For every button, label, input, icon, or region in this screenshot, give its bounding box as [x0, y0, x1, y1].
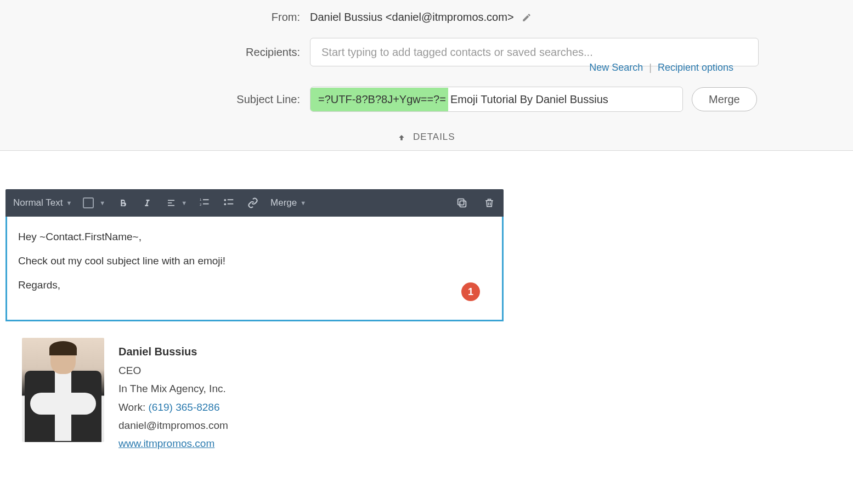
copy-button[interactable] — [455, 196, 468, 209]
svg-rect-6 — [203, 203, 209, 205]
caret-down-icon: ▼ — [300, 200, 306, 206]
subject-text: Emoji Tutorial By Daniel Bussius — [448, 88, 613, 111]
edit-from-icon[interactable] — [522, 13, 532, 22]
merge-label: Merge — [270, 197, 297, 208]
delete-button[interactable] — [483, 196, 496, 209]
signature-website[interactable]: www.itmpromos.com — [118, 438, 214, 449]
caret-down-icon: ▼ — [181, 200, 187, 206]
format-dropdown[interactable]: Normal Text ▼ — [13, 197, 72, 208]
italic-button[interactable] — [140, 196, 154, 209]
bold-button[interactable] — [116, 196, 129, 209]
svg-rect-10 — [228, 203, 234, 205]
signature-company: In The Mix Agency, Inc. — [118, 380, 228, 398]
signature-text: Daniel Bussius CEO In The Mix Agency, In… — [118, 338, 228, 452]
link-separator: | — [649, 62, 652, 73]
subject-input[interactable]: =?UTF-8?B?8J+Ygw==?= Emoji Tutorial By D… — [310, 87, 683, 112]
svg-text:1: 1 — [200, 198, 202, 201]
from-label: From: — [33, 11, 310, 24]
email-header-form: From: Daniel Bussius <daniel@itmpromos.c… — [0, 0, 853, 150]
signature-email: daniel@itmpromos.com — [118, 416, 228, 434]
svg-rect-9 — [228, 199, 234, 200]
signature-phone[interactable]: (619) 365-8286 — [149, 401, 220, 413]
body-line-2: Check out my cool subject line with an e… — [18, 255, 491, 267]
editor-section: Normal Text ▼ ▼ ▼ 12 — [0, 151, 853, 469]
editor-toolbar: Normal Text ▼ ▼ ▼ 12 — [5, 189, 504, 217]
format-label: Normal Text — [13, 197, 63, 208]
caret-down-icon: ▼ — [66, 200, 72, 206]
svg-point-8 — [224, 203, 226, 205]
caret-down-icon: ▼ — [99, 200, 105, 206]
link-button[interactable] — [246, 196, 259, 209]
from-value-wrap: Daniel Bussius <daniel@itmpromos.com> — [310, 11, 820, 24]
recipients-label: Recipients: — [33, 46, 310, 59]
signature-block: Daniel Bussius CEO In The Mix Agency, In… — [5, 321, 853, 469]
merge-subject-button[interactable]: Merge — [692, 87, 757, 111]
signature-avatar — [22, 338, 104, 442]
svg-rect-11 — [460, 201, 466, 207]
text-color-picker[interactable]: ▼ — [83, 197, 105, 208]
body-line-1: Hey ~Contact.FirstName~, — [18, 231, 491, 243]
signature-title: CEO — [118, 361, 228, 380]
subject-row: Subject Line: =?UTF-8?B?8J+Ygw==?= Emoji… — [33, 87, 820, 112]
subject-label: Subject Line: — [33, 93, 310, 106]
svg-rect-12 — [458, 199, 464, 205]
body-line-3: Regards, — [18, 279, 491, 291]
ordered-list-button[interactable]: 12 — [198, 196, 211, 209]
details-toggle[interactable]: DETAILS — [33, 124, 820, 150]
svg-text:2: 2 — [200, 203, 202, 206]
subject-emoji-code: =?UTF-8?B?8J+Ygw==?= — [310, 88, 448, 111]
align-dropdown[interactable]: ▼ — [165, 196, 187, 209]
merge-dropdown[interactable]: Merge ▼ — [270, 197, 306, 208]
svg-point-7 — [224, 199, 226, 201]
notification-badge: 1 — [461, 282, 480, 301]
recipient-options-link[interactable]: Recipient options — [658, 62, 733, 73]
details-label: DETAILS — [413, 132, 455, 142]
work-label: Work: — [118, 401, 149, 413]
from-row: From: Daniel Bussius <daniel@itmpromos.c… — [33, 11, 820, 24]
color-swatch-icon — [83, 197, 94, 208]
editor-body[interactable]: Hey ~Contact.FirstName~, Check out my co… — [5, 217, 504, 321]
arrow-up-icon — [398, 132, 409, 142]
editor-container: Normal Text ▼ ▼ ▼ 12 — [5, 189, 504, 321]
new-search-link[interactable]: New Search — [589, 62, 643, 73]
signature-name: Daniel Bussius — [118, 342, 228, 361]
unordered-list-button[interactable] — [222, 196, 235, 209]
signature-phone-row: Work: (619) 365-8286 — [118, 398, 228, 416]
from-address: Daniel Bussius <daniel@itmpromos.com> — [310, 11, 514, 24]
svg-rect-5 — [203, 199, 209, 200]
